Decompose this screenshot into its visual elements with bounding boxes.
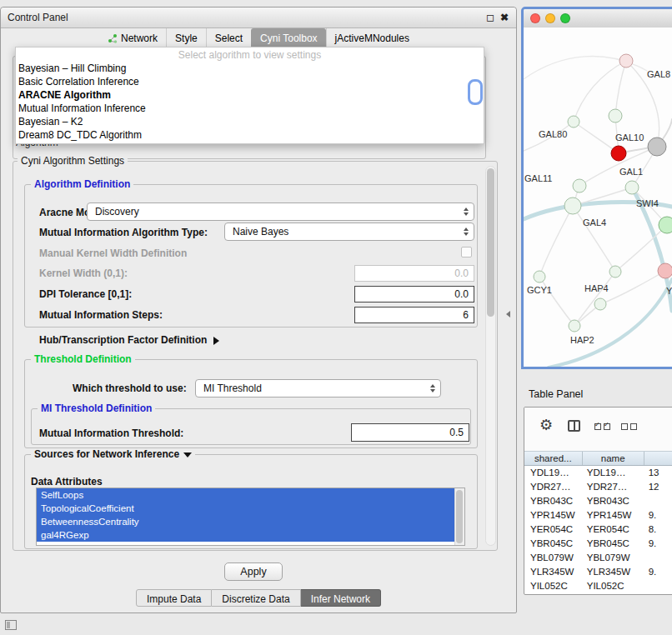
zoom-light[interactable] [560, 13, 570, 23]
network-edge[interactable] [615, 61, 626, 116]
table-cell[interactable]: YIL052C [583, 579, 644, 593]
network-canvas[interactable]: GAL8GAL80GAL10GAL11GAL1SWI4GAL4GCY1HAP4Y… [524, 28, 672, 367]
sources-group-title[interactable]: Sources for Network Inference [31, 449, 195, 460]
table-cell[interactable]: YDL19… [524, 466, 583, 480]
bottom-tab-discretize-data[interactable]: Discretize Data [212, 589, 300, 607]
table-row[interactable]: YBR045CYBR045C9. [524, 537, 672, 551]
table-cell[interactable]: YDR27… [583, 480, 644, 494]
manual-kernel-checkbox[interactable] [461, 247, 472, 258]
network-node[interactable] [564, 198, 581, 214]
network-edge[interactable] [539, 206, 573, 277]
network-edge[interactable] [600, 271, 665, 304]
algorithm-option[interactable]: Dream8 DC_TDC Algorithm [16, 128, 484, 142]
table-cell[interactable]: 13 [644, 466, 672, 480]
mi-threshold-field[interactable]: 0.5 [351, 423, 469, 442]
network-edge[interactable] [574, 122, 619, 153]
table-settings-icon[interactable]: ⚙ [539, 418, 553, 432]
data-attribute-item[interactable]: SelfLoops [37, 488, 454, 502]
network-edge[interactable] [574, 272, 615, 326]
algorithm-option[interactable]: Bayesian – Hill Climbing [16, 62, 484, 75]
network-node[interactable] [609, 266, 621, 278]
table-row[interactable]: YDR27…YDR27…12 [524, 480, 672, 494]
float-window-icon[interactable]: ◻ [486, 8, 494, 28]
table-cell[interactable]: YIL052C [524, 579, 583, 593]
network-node[interactable] [659, 217, 672, 233]
settings-scrollbar[interactable] [485, 166, 496, 546]
table-cell[interactable] [644, 494, 672, 508]
select-all-columns-icon[interactable] [594, 423, 610, 430]
which-threshold-select[interactable]: MI Threshold [195, 379, 441, 398]
column-header[interactable] [644, 452, 672, 465]
data-attribute-item[interactable]: TopologicalCoefficient [37, 502, 454, 515]
table-cell[interactable]: YBL079W [524, 551, 583, 565]
algorithm-option[interactable]: ARACNE Algorithm [16, 88, 484, 102]
deselect-all-columns-icon[interactable] [621, 423, 637, 430]
data-attribute-item[interactable]: BetweennessCentrality [37, 515, 454, 528]
table-cell[interactable]: YER054C [583, 522, 644, 537]
network-node[interactable] [573, 179, 586, 192]
data-attribute-item[interactable]: gal4RGexp [37, 528, 454, 542]
table-row[interactable]: YPR145WYPR145W9. [524, 508, 672, 522]
network-titlebar[interactable] [524, 9, 672, 28]
table-cell[interactable]: 9. [644, 508, 672, 522]
bottom-tab-impute-data[interactable]: Impute Data [136, 589, 212, 607]
network-node[interactable] [569, 320, 580, 332]
table-cell[interactable] [644, 579, 672, 593]
table-row[interactable]: YIL052CYIL052C [524, 579, 672, 593]
control-panel-titlebar[interactable]: Control Panel ◻ ✖ [1, 8, 516, 28]
algorithm-option[interactable]: Bayesian – K2 [16, 115, 484, 128]
table-row[interactable]: YER054CYER054C8. [524, 522, 672, 537]
table-cell[interactable]: YER054C [524, 522, 583, 537]
minimize-light[interactable] [545, 13, 555, 23]
network-node[interactable] [594, 298, 606, 310]
table-cell[interactable] [644, 551, 672, 565]
network-node[interactable] [611, 146, 626, 161]
table-cell[interactable]: YLR345W [524, 565, 583, 579]
table-cell[interactable]: YLR345W [583, 565, 644, 579]
column-header[interactable]: name [583, 452, 644, 465]
dpi-tolerance-field[interactable]: 0.0 [354, 286, 474, 302]
network-node[interactable] [619, 54, 633, 68]
table-cell[interactable]: YBR045C [583, 537, 644, 551]
close-window-icon[interactable]: ✖ [500, 8, 509, 28]
network-edge[interactable] [549, 279, 672, 367]
hub-section-toggle[interactable]: Hub/Transcription Factor Definition [39, 334, 219, 346]
table-cell[interactable]: YPR145W [524, 508, 583, 522]
table-cell[interactable]: 9. [644, 565, 672, 579]
apply-button[interactable]: Apply [224, 562, 283, 581]
network-edge[interactable] [539, 277, 574, 326]
minimized-panel-icon[interactable] [5, 620, 17, 630]
panel-collapse-arrow[interactable] [506, 311, 510, 318]
show-columns-icon[interactable] [568, 420, 580, 432]
algorithm-option[interactable]: Basic Correlation Inference [16, 75, 484, 88]
table-cell[interactable]: YDL19… [583, 466, 644, 480]
attributes-list-thumb[interactable] [456, 490, 463, 543]
network-node[interactable] [609, 109, 622, 122]
help-button-fragment[interactable] [468, 79, 483, 105]
kernel-width-field[interactable]: 0.0 [354, 265, 474, 282]
table-cell[interactable]: 12 [644, 480, 672, 494]
table-row[interactable]: YDL19…YDL19…13 [524, 466, 672, 480]
network-node[interactable] [658, 263, 672, 278]
network-node[interactable] [534, 271, 545, 282]
table-cell[interactable]: YBL079W [583, 551, 644, 565]
network-edge[interactable] [573, 206, 615, 272]
attributes-list-scrollbar[interactable] [454, 488, 464, 545]
table-cell[interactable]: YBR043C [524, 494, 583, 508]
mi-steps-field[interactable]: 6 [354, 307, 474, 323]
aracne-mode-select[interactable]: Discovery [87, 202, 474, 221]
network-node[interactable] [568, 116, 579, 128]
settings-scrollbar-thumb[interactable] [487, 168, 494, 317]
table-cell[interactable]: YBR043C [583, 494, 644, 508]
table-cell[interactable]: 9. [644, 537, 672, 551]
table-row[interactable]: YBL079WYBL079W [524, 551, 672, 565]
algorithm-option[interactable]: Mutual Information Inference [16, 102, 484, 115]
network-node[interactable] [625, 181, 639, 194]
network-node[interactable] [648, 138, 666, 156]
table-cell[interactable]: YPR145W [583, 508, 644, 522]
column-header[interactable]: shared... [524, 452, 583, 465]
bottom-tab-infer-network[interactable]: Infer Network [301, 589, 381, 607]
table-cell[interactable]: YBR045C [524, 537, 583, 551]
table-cell[interactable]: YDR27… [524, 480, 583, 494]
mi-type-select[interactable]: Naive Bayes [224, 222, 474, 241]
